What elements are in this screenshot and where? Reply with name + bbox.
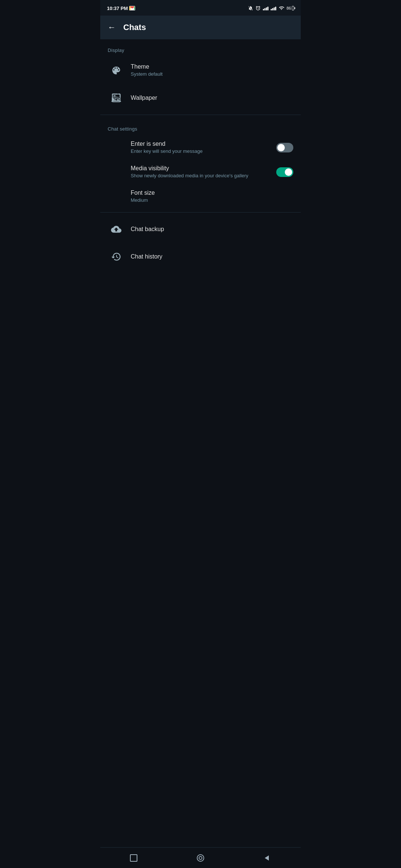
enter-is-send-title: Enter is send — [131, 141, 276, 147]
wallpaper-icon-container — [108, 89, 125, 106]
section-divider-1 — [100, 115, 301, 115]
media-visibility-control — [276, 167, 293, 177]
battery-container: 86 — [287, 6, 294, 10]
cloud-upload-icon — [111, 224, 121, 234]
section-divider-2 — [100, 212, 301, 213]
media-visibility-title: Media visibility — [131, 165, 276, 172]
gmail-icon — [129, 6, 135, 10]
theme-content: Theme System default — [131, 63, 293, 78]
svg-rect-6 — [130, 855, 137, 861]
enter-is-send-subtitle: Enter key will send your message — [131, 148, 276, 155]
settings-content: Display Theme System default Wallpaper — [100, 39, 301, 868]
back-button[interactable]: ← — [108, 23, 116, 32]
chat-backup-content: Chat backup — [131, 226, 293, 233]
history-icon — [111, 251, 121, 262]
chat-history-item[interactable]: Chat history — [100, 243, 301, 270]
font-size-title: Font size — [131, 190, 293, 196]
chat-backup-icon-container — [108, 221, 125, 238]
enter-is-send-toggle[interactable] — [276, 143, 293, 152]
chat-settings-section-label: Chat settings — [100, 118, 301, 135]
home-button[interactable] — [189, 850, 212, 866]
mute-icon — [248, 6, 253, 11]
chat-history-content: Chat history — [131, 253, 293, 260]
chat-history-icon-container — [108, 248, 125, 265]
battery-icon — [292, 6, 294, 10]
theme-icon — [111, 65, 121, 76]
media-visibility-item[interactable]: Media visibility Show newly downloaded m… — [100, 160, 301, 184]
status-icons: 86 — [248, 6, 294, 11]
recents-icon — [129, 854, 138, 862]
page-title: Chats — [123, 23, 146, 32]
bottom-navigation — [100, 847, 301, 868]
battery-percent: 86 — [287, 6, 291, 10]
wallpaper-content: Wallpaper — [131, 95, 293, 101]
font-size-content: Font size Medium — [108, 190, 293, 204]
back-button-nav[interactable] — [255, 850, 279, 866]
enter-is-send-control — [276, 143, 293, 152]
chat-backup-item[interactable]: Chat backup — [100, 216, 301, 243]
recents-button[interactable] — [122, 850, 146, 866]
theme-item[interactable]: Theme System default — [100, 57, 301, 84]
time-display: 10:37 PM — [107, 6, 128, 11]
signal-bars-2 — [271, 6, 276, 10]
theme-title: Theme — [131, 63, 293, 70]
media-visibility-toggle[interactable] — [276, 167, 293, 177]
status-bar: 10:37 PM — [100, 0, 301, 16]
font-size-subtitle: Medium — [131, 197, 293, 204]
font-size-item[interactable]: Font size Medium — [100, 184, 301, 209]
wallpaper-icon — [111, 93, 121, 103]
svg-point-7 — [197, 855, 204, 861]
theme-subtitle: System default — [131, 71, 293, 78]
home-circle-icon — [196, 854, 205, 862]
wallpaper-title: Wallpaper — [131, 95, 293, 101]
signal-bars-1 — [263, 6, 268, 10]
media-visibility-subtitle: Show newly downloaded media in your devi… — [131, 172, 276, 179]
theme-icon-container — [108, 62, 125, 79]
svg-point-5 — [114, 95, 115, 96]
status-time: 10:37 PM — [107, 6, 135, 11]
svg-marker-9 — [265, 855, 269, 861]
enter-is-send-item[interactable]: Enter is send Enter key will send your m… — [100, 135, 301, 160]
wifi-icon — [278, 6, 284, 11]
svg-point-8 — [199, 857, 202, 859]
chat-backup-title: Chat backup — [131, 226, 293, 233]
media-visibility-content: Media visibility Show newly downloaded m… — [108, 165, 276, 179]
display-section-label: Display — [100, 39, 301, 57]
chat-history-title: Chat history — [131, 253, 293, 260]
alarm-icon — [255, 6, 261, 11]
page-header: ← Chats — [100, 16, 301, 39]
back-triangle-icon — [263, 854, 272, 862]
wallpaper-item[interactable]: Wallpaper — [100, 84, 301, 112]
enter-is-send-content: Enter is send Enter key will send your m… — [108, 141, 276, 155]
